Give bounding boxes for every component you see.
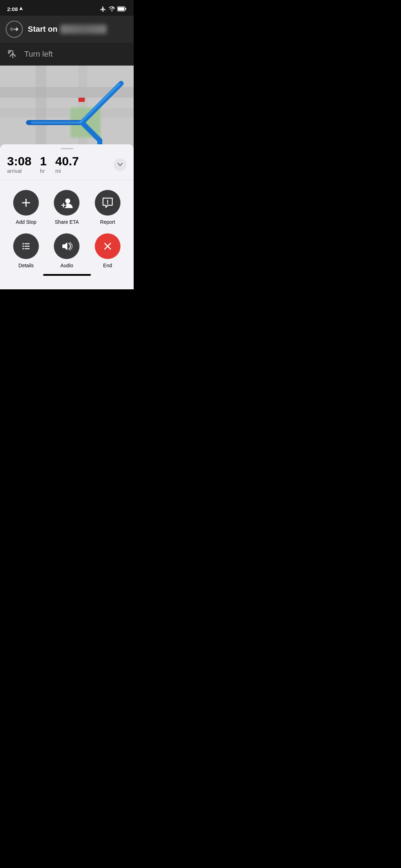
svg-point-15 [107, 203, 108, 205]
street-name-blurred [60, 25, 107, 34]
audio-button[interactable]: Audio [46, 233, 87, 268]
audio-circle [54, 233, 79, 259]
share-eta-circle [54, 190, 79, 216]
distance-label: mi [55, 168, 79, 174]
details-button[interactable]: Details [6, 233, 46, 268]
distance-value: 40.7 [55, 155, 79, 167]
svg-point-16 [22, 243, 24, 244]
svg-point-17 [22, 246, 24, 247]
battery-icon [117, 6, 127, 11]
arrival-label: arrival [7, 168, 31, 174]
svg-rect-2 [118, 7, 124, 11]
status-icons [100, 6, 127, 11]
turn-left-icon [6, 48, 19, 61]
start-on-text: Start on [28, 25, 107, 34]
home-indicator [0, 271, 134, 277]
duration-value: 1 [40, 155, 47, 167]
details-label: Details [19, 263, 34, 268]
sheet-handle[interactable] [0, 144, 134, 151]
svg-point-18 [22, 248, 24, 249]
close-icon [102, 241, 113, 252]
location-arrow-icon [19, 7, 23, 11]
chevron-down-icon [118, 163, 123, 166]
duration-stat: 1 hr [40, 155, 47, 174]
wifi-icon [109, 6, 115, 11]
share-eta-button[interactable]: Share ETA [46, 190, 87, 225]
report-label: Report [100, 219, 115, 225]
plus-icon [21, 197, 31, 208]
audio-icon [60, 241, 73, 252]
svg-point-13 [65, 198, 70, 203]
end-circle [95, 233, 120, 259]
svg-rect-1 [125, 8, 127, 10]
svg-rect-12 [78, 98, 85, 102]
actions-grid: Add Stop Share ETA [0, 180, 134, 271]
svg-point-4 [11, 29, 12, 30]
start-icon [6, 21, 23, 38]
arrival-stat: 3:08 arrival [7, 155, 31, 174]
distance-stat: 40.7 mi [55, 155, 79, 174]
airplane-icon [100, 6, 107, 11]
sheet-handle-bar [61, 148, 73, 149]
add-stop-circle [13, 190, 39, 216]
audio-label: Audio [61, 263, 73, 268]
circle-arrow-icon [9, 26, 19, 33]
end-button[interactable]: End [87, 233, 128, 268]
svg-rect-7 [0, 108, 134, 117]
share-eta-label: Share ETA [55, 219, 79, 225]
trip-info-row: 3:08 arrival 1 hr 40.7 mi [0, 151, 134, 180]
start-on-label: Start on [28, 25, 57, 34]
nav-turn-bar: Turn left [0, 43, 134, 66]
details-icon [20, 241, 32, 252]
turn-direction-text: Turn left [24, 50, 53, 59]
time-display: 2:08 [7, 6, 18, 12]
report-circle [95, 190, 120, 216]
report-icon [102, 197, 114, 209]
arrival-time: 3:08 [7, 155, 31, 167]
expand-button[interactable] [114, 158, 127, 171]
share-eta-icon [60, 197, 73, 209]
status-time: 2:08 [7, 6, 23, 12]
bottom-sheet: 3:08 arrival 1 hr 40.7 mi Add Stop [0, 144, 134, 289]
end-label: End [103, 263, 112, 268]
duration-label: hr [40, 168, 47, 174]
nav-start-bar: Start on [0, 16, 134, 43]
add-stop-button[interactable]: Add Stop [6, 190, 46, 225]
status-bar: 2:08 [0, 0, 134, 16]
add-stop-label: Add Stop [16, 219, 36, 225]
details-circle [13, 233, 39, 259]
report-button[interactable]: Report [87, 190, 128, 225]
home-bar [43, 274, 91, 276]
